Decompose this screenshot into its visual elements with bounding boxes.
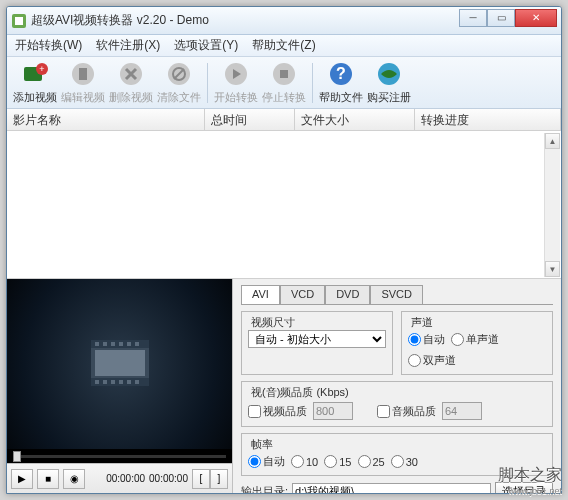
menu-options[interactable]: 选项设置(Y) — [174, 37, 238, 54]
list-header: 影片名称 总时间 文件大小 转换进度 — [7, 109, 561, 131]
svg-rect-28 — [103, 380, 107, 384]
tab-vcd[interactable]: VCD — [280, 285, 325, 304]
help-file-button[interactable]: ? 帮助文件 — [317, 60, 365, 105]
buy-register-button[interactable]: 购买注册 — [365, 60, 413, 105]
col-name[interactable]: 影片名称 — [7, 109, 205, 130]
preview-panel: ▶ ■ ◉ 00:00:00 00:00:00 [ ] — [7, 279, 233, 493]
add-video-icon: + — [21, 60, 49, 88]
stop-convert-button[interactable]: 停止转换 — [260, 60, 308, 105]
svg-rect-26 — [135, 342, 139, 346]
film-icon — [85, 336, 155, 394]
snapshot-button[interactable]: ◉ — [63, 469, 85, 489]
tab-dvd[interactable]: DVD — [325, 285, 370, 304]
channel-auto-radio[interactable]: 自动 — [408, 332, 445, 347]
svg-rect-31 — [127, 380, 131, 384]
channel-group: 声道 自动 单声道 双声道 — [401, 311, 553, 375]
minimize-button[interactable]: ─ — [459, 9, 487, 27]
mark-out-button[interactable]: ] — [210, 469, 228, 489]
fps-auto-radio[interactable]: 自动 — [248, 454, 285, 469]
video-quality-input[interactable] — [313, 402, 353, 420]
svg-rect-32 — [135, 380, 139, 384]
help-file-icon: ? — [327, 60, 355, 88]
menu-help[interactable]: 帮助文件(Z) — [252, 37, 315, 54]
toolbar-separator — [312, 63, 313, 103]
delete-video-button[interactable]: 删除视频 — [107, 60, 155, 105]
svg-rect-30 — [119, 380, 123, 384]
app-window: 超级AVI视频转换器 v2.20 - Demo ─ ▭ ✕ 开始转换(W) 软件… — [6, 6, 562, 494]
svg-rect-29 — [111, 380, 115, 384]
scroll-up-icon[interactable]: ▲ — [545, 133, 560, 149]
svg-rect-25 — [127, 342, 131, 346]
video-quality-check[interactable]: 视频品质 — [248, 404, 307, 419]
output-dir-label: 输出目录: — [241, 484, 288, 493]
format-tabs: AVI VCD DVD SVCD — [241, 285, 553, 305]
channel-mono-radio[interactable]: 单声道 — [451, 332, 499, 347]
svg-text:+: + — [39, 64, 44, 74]
video-size-group: 视频尺寸 自动 - 初始大小 — [241, 311, 393, 375]
col-progress[interactable]: 转换进度 — [415, 109, 561, 130]
player-controls: ▶ ■ ◉ 00:00:00 00:00:00 [ ] — [7, 463, 232, 493]
toolbar-separator — [207, 63, 208, 103]
fps-30-radio[interactable]: 30 — [391, 455, 418, 468]
menu-register[interactable]: 软件注册(X) — [96, 37, 160, 54]
svg-rect-24 — [119, 342, 123, 346]
audio-quality-input[interactable] — [442, 402, 482, 420]
start-convert-icon — [222, 60, 250, 88]
stop-convert-icon — [270, 60, 298, 88]
browse-button[interactable]: 选择目录 — [495, 482, 553, 493]
toolbar: + 添加视频 编辑视频 删除视频 清除文件 开始转换 停止转换 ? 帮助文件 — [7, 57, 561, 109]
svg-rect-1 — [15, 17, 23, 25]
clear-files-icon — [165, 60, 193, 88]
start-convert-button[interactable]: 开始转换 — [212, 60, 260, 105]
time-current: 00:00:00 — [106, 473, 145, 484]
fps-10-radio[interactable]: 10 — [291, 455, 318, 468]
svg-rect-21 — [95, 342, 99, 346]
svg-text:?: ? — [336, 65, 346, 82]
fps-15-radio[interactable]: 15 — [324, 455, 351, 468]
play-button[interactable]: ▶ — [11, 469, 33, 489]
svg-rect-22 — [103, 342, 107, 346]
tab-svcd[interactable]: SVCD — [370, 285, 423, 304]
col-size[interactable]: 文件大小 — [295, 109, 415, 130]
titlebar: 超级AVI视频转换器 v2.20 - Demo ─ ▭ ✕ — [7, 7, 561, 35]
svg-rect-14 — [280, 70, 288, 78]
fps-group: 帧率 自动 10 15 25 30 — [241, 433, 553, 476]
output-dir-input[interactable] — [292, 483, 491, 494]
channel-stereo-radio[interactable]: 双声道 — [408, 353, 456, 368]
video-size-select[interactable]: 自动 - 初始大小 — [248, 330, 386, 348]
time-total: 00:00:00 — [149, 473, 188, 484]
tab-avi[interactable]: AVI — [241, 285, 280, 304]
svg-rect-23 — [111, 342, 115, 346]
edit-video-icon — [69, 60, 97, 88]
scroll-down-icon[interactable]: ▼ — [545, 261, 560, 277]
maximize-button[interactable]: ▭ — [487, 9, 515, 27]
svg-rect-27 — [95, 380, 99, 384]
close-button[interactable]: ✕ — [515, 9, 557, 27]
app-icon — [11, 13, 27, 29]
buy-register-icon — [375, 60, 403, 88]
quality-group: 视(音)频品质 (Kbps) 视频品质 音频品质 — [241, 381, 553, 427]
bottom-panel: ▶ ■ ◉ 00:00:00 00:00:00 [ ] AVI VCD DVD … — [7, 279, 561, 493]
window-title: 超级AVI视频转换器 v2.20 - Demo — [31, 12, 459, 29]
add-video-button[interactable]: + 添加视频 — [11, 60, 59, 105]
seek-slider[interactable] — [7, 449, 232, 463]
audio-quality-check[interactable]: 音频品质 — [377, 404, 436, 419]
vertical-scrollbar[interactable]: ▲ ▼ — [544, 133, 560, 277]
menu-start[interactable]: 开始转换(W) — [15, 37, 82, 54]
delete-video-icon — [117, 60, 145, 88]
edit-video-button[interactable]: 编辑视频 — [59, 60, 107, 105]
clear-files-button[interactable]: 清除文件 — [155, 60, 203, 105]
svg-rect-33 — [95, 350, 145, 376]
col-duration[interactable]: 总时间 — [205, 109, 295, 130]
camera-icon: ◉ — [70, 473, 79, 484]
svg-rect-6 — [79, 68, 87, 80]
menubar: 开始转换(W) 软件注册(X) 选项设置(Y) 帮助文件(Z) — [7, 35, 561, 57]
stop-button[interactable]: ■ — [37, 469, 59, 489]
mark-in-button[interactable]: [ — [192, 469, 210, 489]
file-list[interactable] — [7, 131, 561, 279]
settings-panel: AVI VCD DVD SVCD 视频尺寸 自动 - 初始大小 声道 自动 单声… — [233, 279, 561, 493]
fps-25-radio[interactable]: 25 — [358, 455, 385, 468]
